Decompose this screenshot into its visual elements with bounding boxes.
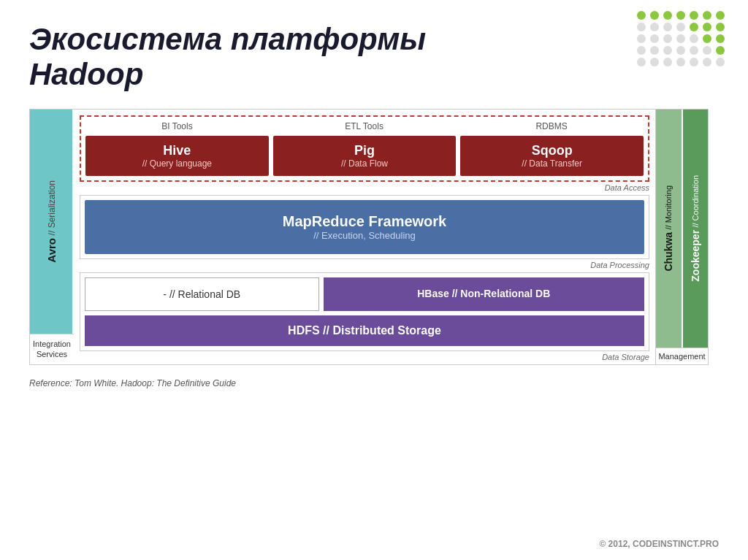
mapreduce-box: MapReduce Framework // Execution, Schedu… <box>85 200 644 254</box>
data-processing-label: Data Processing <box>80 261 649 269</box>
data-storage-label: Data Storage <box>80 353 649 361</box>
reference-text: Reference: Tom White. Hadoop: The Defini… <box>29 378 236 388</box>
relational-db-box: - // Relational DB <box>85 277 319 311</box>
avro-label: Avro // Serialization <box>45 180 58 263</box>
management-label: Management <box>656 348 708 364</box>
sqoop-box: Sqoop // Data Transfer <box>460 136 644 176</box>
diagram: Avro // Serialization Integration Servic… <box>29 109 709 365</box>
hdfs-box: HDFS // Distributed Storage <box>85 315 644 346</box>
zookeeper-bar: Zookeeper // Coordination <box>682 110 709 348</box>
chukwa-bar: Chukwa // Monitoring <box>656 110 682 348</box>
right-bars: Chukwa // Monitoring Zookeeper // Coordi… <box>656 110 708 348</box>
chukwa-label: Chukwa // Monitoring <box>663 185 674 272</box>
data-processing-box: MapReduce Framework // Execution, Schedu… <box>80 195 649 259</box>
copyright-text: © 2012, CODEINSTINCT.PRO <box>599 539 719 549</box>
avro-sidebar: Avro // Serialization <box>30 110 72 334</box>
right-management: Chukwa // Monitoring Zookeeper // Coordi… <box>655 110 708 364</box>
data-access-section: BI Tools ETL Tools RDBMS Hive // Query l… <box>80 115 649 192</box>
data-storage-box: - // Relational DB HBase // Non-Relation… <box>80 272 649 351</box>
data-access-label: Data Access <box>80 183 649 192</box>
category-labels: BI Tools ETL Tools RDBMS <box>85 121 644 131</box>
hbase-box: HBase // Non-Relational DB <box>324 277 645 311</box>
pig-box: Pig // Data Flow <box>273 136 457 176</box>
tools-row: Hive // Query language Pig // Data Flow … <box>85 136 644 176</box>
data-processing-section: MapReduce Framework // Execution, Schedu… <box>80 195 649 269</box>
center-content: BI Tools ETL Tools RDBMS Hive // Query l… <box>74 110 655 364</box>
left-sidebar-wrapper: Avro // Serialization Integration Servic… <box>30 110 74 364</box>
integration-services-label: Integration Services <box>30 334 74 364</box>
data-storage-section: - // Relational DB HBase // Non-Relation… <box>80 272 649 361</box>
data-access-box: BI Tools ETL Tools RDBMS Hive // Query l… <box>80 115 649 182</box>
zookeeper-label: Zookeeper // Coordination <box>690 175 701 282</box>
bottom-row: Reference: Tom White. Hadoop: The Defini… <box>29 371 719 388</box>
storage-top-row: - // Relational DB HBase // Non-Relation… <box>85 277 644 311</box>
dots-decoration <box>637 11 726 66</box>
hive-box: Hive // Query language <box>85 136 269 176</box>
page-title: Экосистема платформы Hadoop <box>29 22 719 93</box>
